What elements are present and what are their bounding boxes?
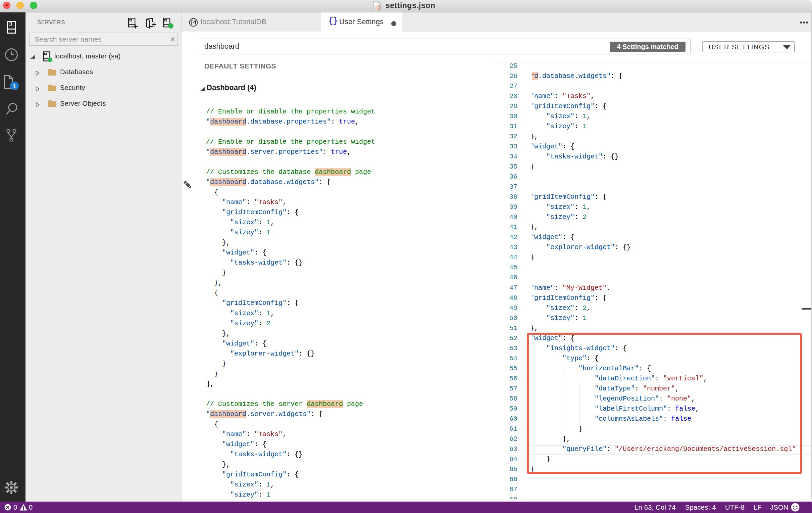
svg-text:1: 1 [13,83,17,90]
